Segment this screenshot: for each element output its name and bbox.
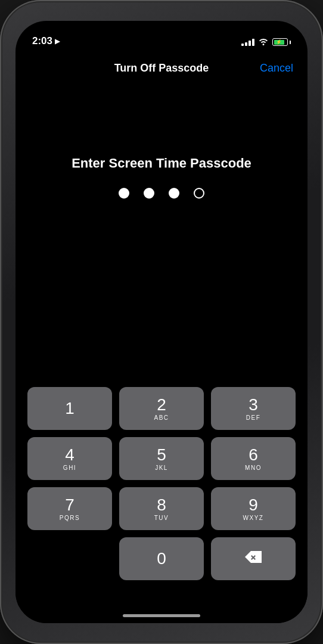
- time-display: 2:03: [32, 35, 52, 47]
- key-5[interactable]: 5 JKL: [119, 437, 204, 480]
- passcode-dots: [119, 188, 204, 199]
- signal-icon: [241, 39, 254, 46]
- delete-icon: [245, 551, 262, 566]
- phone-screen: 2:03 ▶ ⚡: [15, 21, 308, 623]
- phone-frame: 2:03 ▶ ⚡: [0, 0, 323, 644]
- key-5-number: 5: [157, 446, 166, 465]
- nav-title: Turn Off Passcode: [72, 62, 251, 75]
- keypad: 1 2 ABC 3 DEF 4 GHI 5 JKL: [15, 387, 308, 587]
- key-1[interactable]: 1: [27, 387, 112, 430]
- key-7[interactable]: 7 PQRS: [27, 487, 112, 530]
- key-2[interactable]: 2 ABC: [119, 387, 204, 430]
- key-3-letters: DEF: [246, 415, 261, 421]
- key-6-number: 6: [249, 446, 258, 465]
- dot-3: [169, 188, 179, 199]
- key-4-letters: GHI: [63, 465, 76, 471]
- key-6-letters: MNO: [245, 465, 262, 471]
- home-indicator: [123, 614, 200, 617]
- dot-1: [119, 188, 129, 199]
- dot-2: [144, 188, 154, 199]
- key-7-letters: PQRS: [60, 515, 80, 521]
- key-2-letters: ABC: [154, 415, 169, 421]
- nav-bar: Turn Off Passcode Cancel: [15, 52, 308, 84]
- dot-4: [194, 188, 204, 199]
- location-icon: ▶: [55, 38, 60, 45]
- status-time: 2:03 ▶: [32, 35, 60, 47]
- keypad-row-1: 1 2 ABC 3 DEF: [25, 387, 298, 430]
- passcode-prompt: Enter Screen Time Passcode: [48, 156, 275, 171]
- key-7-number: 7: [65, 496, 74, 515]
- battery-icon: ⚡: [272, 38, 291, 46]
- notch: [114, 21, 209, 40]
- key-9-number: 9: [249, 496, 258, 515]
- key-2-number: 2: [157, 396, 166, 414]
- key-8-letters: TUV: [154, 515, 169, 521]
- key-8-number: 8: [157, 496, 166, 515]
- key-empty: [27, 537, 112, 580]
- key-4[interactable]: 4 GHI: [27, 437, 112, 480]
- key-4-number: 4: [65, 446, 74, 465]
- key-5-letters: JKL: [155, 465, 168, 471]
- keypad-row-3: 7 PQRS 8 TUV 9 WXYZ: [25, 487, 298, 530]
- key-8[interactable]: 8 TUV: [119, 487, 204, 530]
- wifi-icon: [258, 37, 269, 47]
- status-icons: ⚡: [241, 37, 291, 47]
- delete-button[interactable]: [211, 537, 296, 580]
- keypad-row-2: 4 GHI 5 JKL 6 MNO: [25, 437, 298, 480]
- key-0[interactable]: 0: [119, 537, 204, 580]
- key-6[interactable]: 6 MNO: [211, 437, 296, 480]
- key-3[interactable]: 3 DEF: [211, 387, 296, 430]
- cancel-button[interactable]: Cancel: [251, 62, 293, 75]
- key-3-number: 3: [249, 396, 258, 414]
- key-0-number: 0: [157, 550, 166, 568]
- key-9-letters: WXYZ: [243, 515, 264, 521]
- key-9[interactable]: 9 WXYZ: [211, 487, 296, 530]
- key-1-number: 1: [65, 400, 74, 418]
- keypad-row-4: 0: [25, 537, 298, 580]
